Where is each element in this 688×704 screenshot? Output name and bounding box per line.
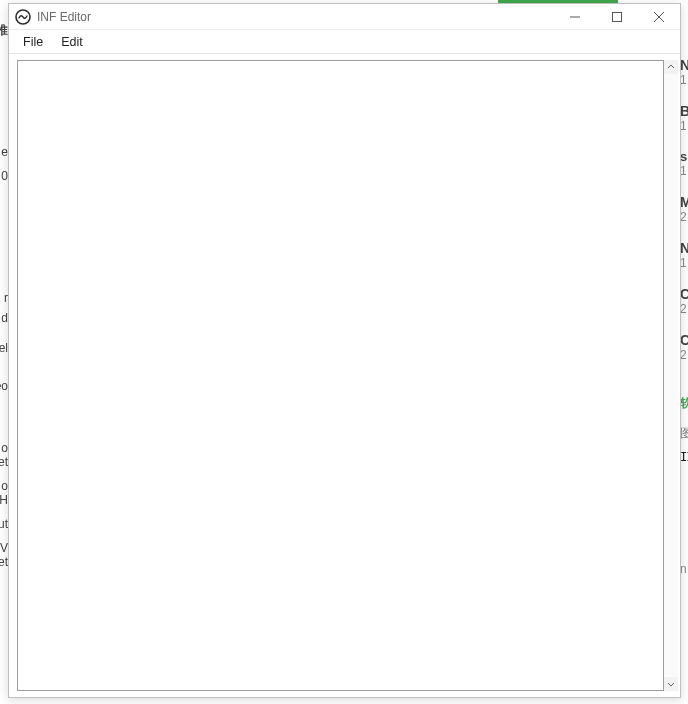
bg-frag: 0 bbox=[1, 170, 8, 182]
chevron-down-icon bbox=[667, 680, 675, 688]
scroll-down-button[interactable] bbox=[664, 677, 678, 691]
bg-frag: 1 bbox=[680, 120, 687, 132]
bg-frag: 1 bbox=[680, 74, 687, 86]
bg-frag: M bbox=[680, 195, 688, 209]
vertical-scrollbar[interactable] bbox=[664, 60, 678, 691]
minimize-button[interactable] bbox=[554, 4, 596, 29]
window-controls bbox=[554, 4, 680, 29]
bg-frag: ut bbox=[0, 518, 8, 530]
scroll-up-button[interactable] bbox=[664, 60, 678, 74]
titlebar-left: INF Editor bbox=[9, 9, 91, 25]
bg-frag: e bbox=[1, 146, 8, 158]
close-icon bbox=[654, 12, 664, 22]
bg-frag: 软 bbox=[680, 397, 688, 409]
bg-frag: el bbox=[0, 342, 8, 354]
window-title: INF Editor bbox=[37, 10, 91, 24]
svg-rect-1 bbox=[613, 12, 622, 21]
bg-frag: 2 bbox=[680, 349, 687, 361]
bg-frag: eo bbox=[0, 380, 8, 392]
bg-frag: 2 bbox=[680, 303, 687, 315]
maximize-icon bbox=[612, 12, 622, 22]
bg-frag: d bbox=[1, 312, 8, 324]
menubar: File Edit bbox=[9, 30, 680, 54]
chevron-up-icon bbox=[667, 63, 675, 71]
bg-frag: 2 bbox=[680, 211, 687, 223]
minimize-icon bbox=[570, 12, 580, 22]
bg-frag: o bbox=[1, 480, 8, 492]
bg-left-column: 推 e 0 r d el eo o et o H ut V et bbox=[0, 0, 8, 704]
bg-frag: 推 bbox=[0, 24, 8, 36]
inf-editor-window: INF Editor File Edit bbox=[8, 3, 681, 698]
scroll-track[interactable] bbox=[664, 74, 678, 677]
bg-frag: III bbox=[680, 451, 688, 463]
bg-frag: n bbox=[680, 563, 687, 575]
bg-frag: 1 bbox=[680, 257, 687, 269]
client-area bbox=[9, 54, 680, 697]
bg-frag: et bbox=[0, 456, 8, 468]
bg-frag: 图 bbox=[680, 427, 688, 439]
maximize-button[interactable] bbox=[596, 4, 638, 29]
bg-frag: et bbox=[0, 556, 8, 568]
close-button[interactable] bbox=[638, 4, 680, 29]
bg-frag: H bbox=[0, 494, 8, 506]
bg-frag: N bbox=[680, 241, 688, 255]
bg-frag: C bbox=[680, 333, 688, 347]
bg-frag: V bbox=[0, 542, 8, 554]
editor-textarea[interactable] bbox=[17, 60, 664, 691]
bg-frag: s bbox=[680, 150, 687, 163]
bg-frag: B bbox=[680, 104, 688, 118]
bg-frag: 1 bbox=[680, 165, 687, 177]
titlebar[interactable]: INF Editor bbox=[9, 4, 680, 30]
menu-file[interactable]: File bbox=[15, 33, 51, 51]
app-icon bbox=[15, 9, 31, 25]
bg-right-column: N 1 B 1 s 1 M 2 N 1 C 2 C 2 软 图 III n bbox=[680, 0, 688, 704]
bg-frag: C bbox=[680, 287, 688, 301]
bg-frag: N bbox=[680, 58, 688, 72]
bg-frag: o bbox=[1, 442, 8, 454]
menu-edit[interactable]: Edit bbox=[53, 33, 91, 51]
